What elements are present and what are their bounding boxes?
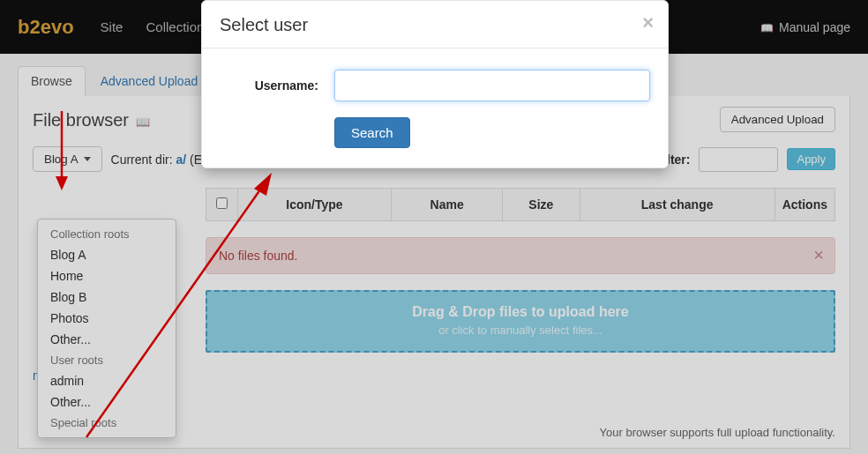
close-icon[interactable]: × (642, 11, 654, 34)
username-label: Username: (220, 78, 318, 93)
modal-title: Select user (220, 15, 650, 35)
username-input[interactable] (334, 70, 650, 101)
select-user-modal: Select user × Username: Search (201, 0, 669, 168)
search-button[interactable]: Search (334, 117, 410, 148)
